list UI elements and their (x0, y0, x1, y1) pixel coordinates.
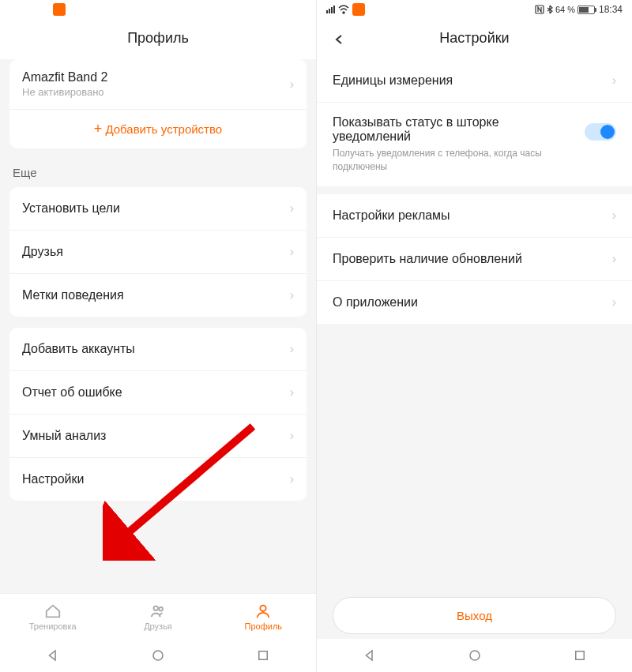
recent-icon[interactable] (256, 648, 270, 663)
svg-rect-9 (575, 651, 584, 660)
settings-updates[interactable]: Проверить наличие обновлений › (317, 238, 632, 281)
back-icon[interactable] (46, 648, 60, 663)
chevron-left-icon (333, 34, 344, 45)
list-item-accounts[interactable]: Добавить аккаунты › (9, 328, 307, 371)
list-label: Умный анализ (22, 429, 106, 443)
settings-about[interactable]: О приложении › (317, 281, 632, 324)
chevron-right-icon: › (290, 472, 294, 486)
nav-profile[interactable]: Профиль (211, 594, 316, 639)
chevron-right-icon: › (612, 73, 616, 88)
add-device-label: Добавить устройство (105, 122, 222, 136)
chevron-right-icon: › (290, 429, 294, 443)
home-circle-icon[interactable] (151, 648, 165, 663)
add-device-button[interactable]: + Добавить устройство (9, 109, 307, 148)
wifi-icon (338, 5, 349, 14)
system-nav (0, 639, 316, 672)
settings-group-1: Единицы измерения › Показывать статус в … (317, 59, 632, 186)
back-icon[interactable] (363, 648, 377, 663)
recent-icon[interactable] (573, 648, 587, 663)
device-card: Amazfit Band 2 Не активировано › + Добав… (9, 59, 307, 148)
list-label: Отчет об ошибке (22, 385, 122, 400)
chevron-right-icon: › (290, 385, 294, 400)
nav-workout[interactable]: Тренировка (0, 594, 105, 639)
clock-text: 18:34 (599, 4, 623, 15)
list-item-bugreport[interactable]: Отчет об ошибке › (9, 371, 307, 415)
settings-group-2: Настройки рекламы › Проверить наличие об… (317, 194, 632, 324)
settings-sublabel: Получать уведомления с телефона, когда ч… (333, 147, 575, 174)
chevron-right-icon: › (290, 245, 294, 259)
bottom-nav: Тренировка Друзья Профиль (0, 593, 316, 639)
bluetooth-icon (547, 5, 553, 14)
chevron-right-icon: › (290, 342, 294, 356)
app-badge-icon (53, 3, 66, 16)
nav-label: Друзья (144, 621, 172, 631)
exit-button[interactable]: Выход (333, 597, 616, 634)
settings-ads[interactable]: Настройки рекламы › (317, 194, 632, 238)
nav-label: Профиль (245, 621, 283, 631)
svg-point-6 (343, 12, 344, 13)
svg-point-0 (153, 606, 158, 610)
chevron-right-icon: › (290, 77, 294, 92)
list-label: Добавить аккаунты (22, 342, 135, 356)
svg-point-3 (153, 651, 163, 660)
list-label: Настройки (22, 472, 84, 486)
status-bar: 64 % 18:34 (317, 0, 632, 19)
svg-point-2 (261, 605, 266, 610)
nfc-icon (535, 5, 544, 14)
chevron-right-icon: › (612, 295, 616, 310)
settings-label: Единицы измерения (333, 73, 453, 88)
toggle-switch[interactable] (585, 123, 616, 141)
list-label: Друзья (22, 245, 63, 259)
page-title: Настройки (317, 19, 632, 59)
settings-label: О приложении (333, 295, 418, 310)
settings-units[interactable]: Единицы измерения › (317, 59, 632, 103)
battery-icon (577, 6, 595, 14)
list-label: Установить цели (22, 201, 120, 216)
chevron-right-icon: › (290, 288, 294, 302)
settings-label: Проверить наличие обновлений (333, 252, 522, 266)
chevron-right-icon: › (612, 252, 616, 266)
list-item-friends[interactable]: Друзья › (9, 231, 307, 274)
signal-icon (326, 6, 335, 13)
svg-point-1 (159, 606, 163, 610)
settings-notification-status[interactable]: Показывать статус в шторке уведомлений П… (317, 103, 632, 186)
system-nav (317, 639, 632, 672)
battery-text: 64 % (555, 5, 575, 14)
svg-point-8 (470, 651, 480, 660)
nav-label: Тренировка (29, 621, 77, 631)
svg-rect-4 (259, 651, 268, 660)
page-title: Профиль (0, 19, 316, 59)
device-status: Не активировано (22, 86, 108, 98)
menu-group-2: Добавить аккаунты › Отчет об ошибке › Ум… (9, 328, 307, 501)
person-icon (254, 603, 272, 620)
list-item-behavior[interactable]: Метки поведения › (9, 274, 307, 317)
section-header: Еще (9, 160, 307, 187)
list-label: Метки поведения (22, 288, 124, 302)
back-button[interactable] (329, 30, 348, 49)
plus-icon: + (94, 121, 103, 137)
home-icon (44, 603, 62, 620)
nav-friends[interactable]: Друзья (105, 594, 210, 639)
settings-label: Настройки рекламы (333, 208, 450, 223)
home-circle-icon[interactable] (468, 648, 482, 663)
title-text: Настройки (439, 30, 509, 46)
chevron-right-icon: › (290, 201, 294, 216)
status-bar (0, 0, 316, 19)
device-row[interactable]: Amazfit Band 2 Не активировано › (9, 59, 307, 109)
list-item-settings[interactable]: Настройки › (9, 458, 307, 501)
people-icon (149, 603, 167, 620)
menu-group-1: Установить цели › Друзья › Метки поведен… (9, 187, 307, 317)
app-badge-icon (352, 3, 365, 16)
device-name: Amazfit Band 2 (22, 70, 108, 84)
settings-label: Показывать статус в шторке уведомлений (333, 115, 575, 144)
chevron-right-icon: › (612, 208, 616, 223)
list-item-goals[interactable]: Установить цели › (9, 187, 307, 231)
list-item-analysis[interactable]: Умный анализ › (9, 415, 307, 458)
